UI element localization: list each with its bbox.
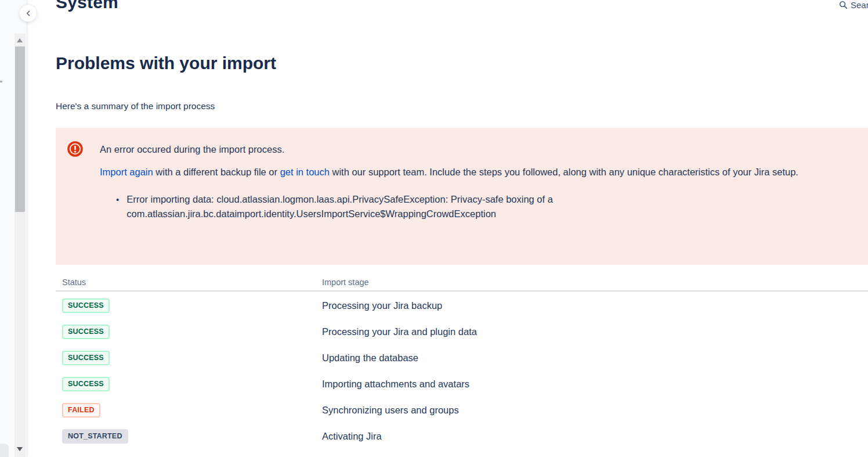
import-again-link[interactable]: Import again [100,167,153,177]
error-icon [67,141,83,157]
page-title: Problems with your import [56,53,276,73]
error-advice-text-1: with a different backup file or [153,167,280,177]
status-badge: SUCCESS [62,377,110,392]
corner-card [0,444,9,457]
bullet-marker: • [116,192,119,221]
table-header-divider [56,290,868,292]
error-message: An error occured during the import proce… [100,144,284,155]
stage-label: Activating Jira [322,431,382,442]
status-badge: FAILED [62,403,100,418]
scrollbar-up-arrow[interactable] [17,38,23,42]
error-detail-text: Error importing data: cloud.atlassian.lo… [126,192,601,221]
error-panel: An error occured during the import proce… [56,128,868,265]
table-row: SUCCESS Processing your Jira and plugin … [56,319,868,345]
stage-label: Importing attachments and avatars [322,379,469,390]
table-row: SUCCESS Importing attachments and avatar… [56,371,868,397]
page-subtitle: Here's a summary of the import process [56,101,215,111]
chevron-left-icon [25,10,32,17]
stage-label: Processing your Jira backup [322,300,442,311]
error-advice: Import again with a different backup fil… [100,167,798,178]
table-row: SUCCESS Updating the database [56,345,868,371]
table-row: FAILED Synchronizing users and groups [56,397,868,423]
status-badge: SUCCESS [62,325,110,340]
import-stage-table: SUCCESS Processing your Jira backup SUCC… [56,293,868,449]
column-header-import-stage: Import stage [322,278,369,287]
column-header-status: Status [62,278,86,287]
table-row: SUCCESS Processing your Jira backup [56,293,868,319]
error-detail-item: • Error importing data: cloud.atlassian.… [116,192,601,221]
stage-label: Synchronizing users and groups [322,405,459,416]
search-button[interactable]: Search [839,0,868,10]
scrollbar-down-arrow[interactable] [17,447,23,451]
stage-label: Updating the database [322,352,418,364]
table-row: NOT_STARTED Activating Jira [56,423,868,449]
stage-label: Processing your Jira and plugin data [322,326,477,337]
system-title: System [56,0,118,12]
edge-dash [0,81,2,82]
jira-system-import-page: System Search Problems with your import … [0,0,868,457]
status-badge: SUCCESS [62,351,110,366]
search-icon [839,1,848,9]
get-in-touch-link[interactable]: get in touch [280,167,330,177]
sidebar-collapse-button[interactable] [19,4,37,22]
error-advice-text-2: with our support team. Include the steps… [330,167,798,177]
search-label: Search [851,0,868,10]
status-badge: SUCCESS [62,298,110,314]
scrollbar-thumb[interactable] [15,46,25,212]
status-badge: NOT_STARTED [62,429,128,444]
